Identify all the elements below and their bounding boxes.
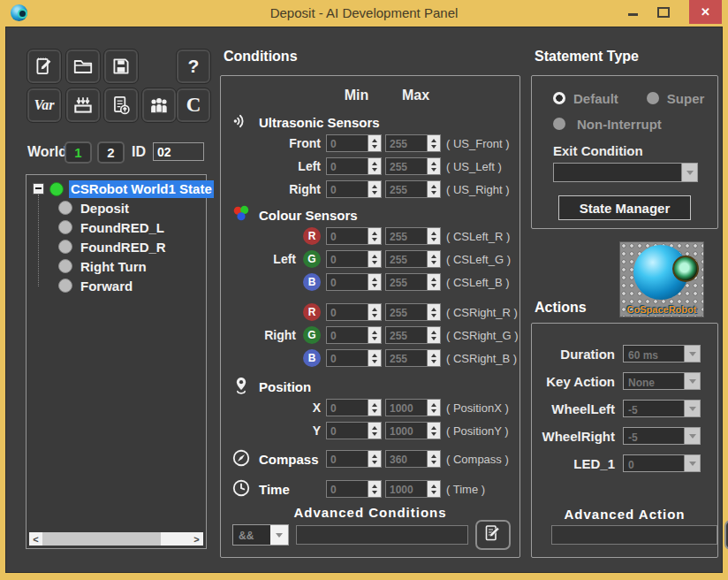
- chevron-down-icon[interactable]: [684, 428, 700, 444]
- spinner-arrows-icon[interactable]: [368, 304, 381, 320]
- min-spinner[interactable]: 0: [326, 227, 382, 245]
- wheelleft-dropdown[interactable]: -5: [623, 400, 701, 417]
- spinner-arrows-icon[interactable]: [427, 304, 440, 320]
- max-spinner[interactable]: 255: [385, 326, 441, 344]
- min-spinner[interactable]: 0: [326, 480, 382, 498]
- min-spinner[interactable]: 0: [326, 349, 382, 367]
- tree-item-right-turn[interactable]: Right Turn: [27, 256, 206, 276]
- max-spinner[interactable]: 255: [385, 134, 441, 152]
- min-spinner[interactable]: 0: [326, 134, 382, 152]
- spinner-arrows-icon[interactable]: [368, 423, 381, 439]
- spinner-arrows-icon[interactable]: [368, 274, 381, 290]
- spinner-arrows-icon[interactable]: [368, 181, 381, 197]
- max-spinner[interactable]: 255: [385, 180, 441, 198]
- tree-horizontal-scrollbar[interactable]: < >: [29, 532, 203, 546]
- radio-super[interactable]: [647, 92, 659, 104]
- min-spinner[interactable]: 0: [326, 180, 382, 198]
- team-button[interactable]: [142, 88, 176, 122]
- tree-root-label[interactable]: CSRobot World1 State: [69, 180, 214, 198]
- spinner-arrows-icon[interactable]: [427, 135, 440, 151]
- max-spinner[interactable]: 255: [385, 250, 441, 268]
- max-spinner[interactable]: 360: [385, 450, 441, 468]
- save-button[interactable]: [104, 50, 138, 83]
- spinner-arrows-icon[interactable]: [427, 423, 440, 439]
- edit-action-button[interactable]: [724, 520, 728, 550]
- max-spinner[interactable]: 255: [385, 349, 441, 367]
- max-spinner[interactable]: 1000: [385, 422, 441, 439]
- tree-item-forward[interactable]: Forward: [27, 276, 206, 295]
- wheelright-dropdown[interactable]: -5: [623, 427, 701, 445]
- spinner-arrows-icon[interactable]: [368, 158, 381, 174]
- radio-non-interrupt[interactable]: [553, 118, 565, 130]
- tree-item-deposit[interactable]: Deposit: [27, 198, 206, 218]
- export-document-button[interactable]: [104, 88, 138, 122]
- import-button[interactable]: [66, 88, 100, 122]
- radio-default[interactable]: [553, 92, 565, 104]
- chevron-down-icon[interactable]: [270, 525, 288, 545]
- spinner-arrows-icon[interactable]: [427, 327, 440, 343]
- min-spinner[interactable]: 0: [326, 422, 382, 439]
- spinner-arrows-icon[interactable]: [427, 158, 440, 174]
- variables-button[interactable]: Var: [27, 88, 61, 122]
- spinner-arrows-icon[interactable]: [368, 228, 381, 244]
- spinner-arrows-icon[interactable]: [427, 451, 440, 467]
- min-spinner[interactable]: 0: [326, 273, 382, 291]
- spinner-arrows-icon[interactable]: [368, 251, 381, 267]
- min-spinner[interactable]: 0: [326, 303, 382, 321]
- min-spinner[interactable]: 0: [326, 450, 382, 468]
- tree-item-foundred-r[interactable]: FoundRED_R: [27, 237, 206, 256]
- scroll-right-icon[interactable]: >: [190, 532, 203, 546]
- state-manager-button[interactable]: State Manager: [558, 195, 691, 220]
- spinner-arrows-icon[interactable]: [427, 181, 440, 197]
- chevron-down-icon[interactable]: [684, 401, 700, 416]
- spinner-arrows-icon[interactable]: [368, 451, 381, 467]
- edit-conditions-button[interactable]: [475, 520, 511, 550]
- spinner-arrows-icon[interactable]: [427, 251, 440, 267]
- advanced-conditions-input[interactable]: [296, 525, 468, 545]
- world-2-button[interactable]: 2: [97, 141, 125, 164]
- spinner-arrows-icon[interactable]: [427, 274, 440, 290]
- min-spinner[interactable]: 0: [326, 157, 382, 175]
- minimize-button[interactable]: [628, 13, 638, 16]
- max-spinner[interactable]: 255: [385, 303, 441, 321]
- spinner-arrows-icon[interactable]: [427, 481, 440, 497]
- tree-collapse-icon[interactable]: [33, 183, 44, 195]
- min-spinner[interactable]: 0: [326, 399, 382, 416]
- max-spinner[interactable]: 1000: [385, 399, 441, 416]
- spinner-arrows-icon[interactable]: [368, 400, 381, 416]
- spinner-arrows-icon[interactable]: [368, 481, 381, 497]
- led1-dropdown[interactable]: 0: [623, 454, 701, 472]
- min-spinner[interactable]: 0: [326, 326, 382, 344]
- chevron-down-icon[interactable]: [684, 346, 700, 362]
- new-state-button[interactable]: [27, 50, 61, 83]
- max-spinner[interactable]: 255: [385, 157, 441, 175]
- advanced-action-input[interactable]: [551, 525, 717, 545]
- min-spinner[interactable]: 0: [326, 250, 382, 268]
- c-code-button[interactable]: C: [177, 88, 210, 122]
- tree-item-foundred-l[interactable]: FoundRED_L: [27, 218, 206, 237]
- help-button[interactable]: ?: [177, 50, 210, 83]
- chevron-down-icon[interactable]: [681, 164, 697, 181]
- spinner-arrows-icon[interactable]: [427, 400, 440, 416]
- maximize-button[interactable]: [657, 7, 670, 18]
- spinner-arrows-icon[interactable]: [427, 350, 440, 366]
- max-spinner[interactable]: 255: [385, 273, 441, 291]
- scrollbar-thumb[interactable]: [42, 532, 161, 546]
- open-button[interactable]: [66, 50, 100, 83]
- spinner-arrows-icon[interactable]: [427, 228, 440, 244]
- key-action-dropdown[interactable]: None: [623, 372, 701, 390]
- tree-root-item[interactable]: CSRobot World1 State: [27, 175, 206, 198]
- chevron-down-icon[interactable]: [684, 455, 700, 471]
- max-spinner[interactable]: 1000: [385, 480, 441, 498]
- spinner-arrows-icon[interactable]: [368, 327, 381, 343]
- spinner-arrows-icon[interactable]: [368, 350, 381, 366]
- logic-operator-dropdown[interactable]: &&: [232, 524, 289, 546]
- spinner-arrows-icon[interactable]: [368, 135, 381, 151]
- exit-condition-dropdown[interactable]: [553, 163, 698, 182]
- world-1-button[interactable]: 1: [64, 141, 92, 164]
- close-button[interactable]: ✕: [689, 0, 722, 24]
- chevron-down-icon[interactable]: [684, 373, 700, 389]
- scroll-left-icon[interactable]: <: [29, 532, 42, 546]
- id-input[interactable]: [153, 142, 204, 161]
- duration-dropdown[interactable]: 60 ms: [623, 345, 701, 362]
